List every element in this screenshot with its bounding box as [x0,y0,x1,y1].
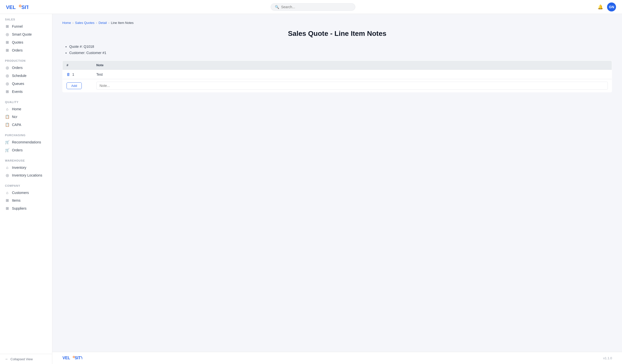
sidebar-item-inventory-locations[interactable]: ◎ Inventory Locations [0,171,52,179]
funnel-icon: ⊞ [5,24,9,29]
info-customer: Customer: Customer #1 [69,50,612,56]
sidebar-section-company: COMPANY ⌂ Customers ⊞ Items ⊞ Suppliers [0,180,52,213]
sidebar-label-funnel: Funnel [12,24,23,28]
production-section-label: PRODUCTION [0,59,52,64]
sidebar-label-queues: Queues [12,82,24,86]
company-section-label: COMPANY [0,184,52,189]
sidebar-item-recommendations[interactable]: 🛒 Recommendations [0,138,52,146]
breadcrumb-sep-3: › [108,21,109,25]
note-input[interactable] [96,82,608,90]
purchasing-section-label: PURCHASING [0,134,52,138]
sidebar-section-quality: QUALITY ⌂ Home 📋 Ncr 📋 CAPA [0,97,52,130]
main-content: Home › Sales Quotes › Detail › Line Item… [52,14,622,364]
top-bar: VEL SITY 🔍 🔔 GN [0,0,622,14]
sidebar-section-production: PRODUCTION ◎ Orders ◎ Schedule ◎ Queues … [0,55,52,97]
customers-icon: ⌂ [5,190,9,195]
sidebar-item-capa[interactable]: 📋 CAPA [0,121,52,129]
items-icon: ⊞ [5,198,9,203]
table-cell-note: Test [92,70,612,79]
smart-quote-icon: ◎ [5,32,9,37]
row-number: 1 [72,72,74,76]
top-right-actions: 🔔 GN [598,2,616,11]
sidebar-item-inventory[interactable]: ⌂ Inventory [0,164,52,171]
quality-section-label: QUALITY [0,101,52,105]
logo-svg: VEL SITY [6,3,28,11]
sidebar-label-recommendations: Recommendations [12,140,41,144]
sidebar-item-funnel[interactable]: ⊞ Funnel [0,22,52,30]
version-label: v1.1.0 [603,356,612,360]
svg-point-6 [73,357,74,358]
recommendations-icon: 🛒 [5,140,9,144]
sidebar-label-suppliers: Suppliers [12,206,26,210]
svg-text:VEL: VEL [63,356,70,360]
quotes-icon: ⊞ [5,40,9,45]
sidebar-label-capa: CAPA [12,123,21,127]
sales-section-label: SALES [0,18,52,22]
sidebar-sections: SALES ⊞ Funnel ◎ Smart Quote ⊞ Quotes ⊞ … [0,14,52,213]
capa-icon: 📋 [5,122,9,127]
delete-row-icon[interactable]: 🗑 [67,72,70,76]
sidebar-item-events[interactable]: ⊞ Events [0,88,52,96]
search-icon: 🔍 [275,5,279,9]
sidebar-label-quality-home: Home [12,107,21,111]
sidebar-item-prod-orders[interactable]: ◎ Orders [0,64,52,72]
notification-icon[interactable]: 🔔 [598,4,603,10]
table-col-num: # [63,61,92,70]
sidebar-item-suppliers[interactable]: ⊞ Suppliers [0,204,52,212]
table-row: 🗑 1 Test [63,70,612,79]
sidebar-item-smart-quote[interactable]: ◎ Smart Quote [0,30,52,38]
sidebar-item-schedule[interactable]: ◎ Schedule [0,72,52,80]
search-bar[interactable]: 🔍 [271,3,355,11]
sidebar-label-inventory: Inventory [12,166,26,170]
sidebar: SALES ⊞ Funnel ◎ Smart Quote ⊞ Quotes ⊞ … [0,14,52,364]
svg-text:VEL: VEL [6,4,16,10]
sidebar-label-inventory-locations: Inventory Locations [12,173,42,177]
add-button-cell: Add [63,79,92,92]
collapse-icon: ← [5,357,8,361]
app-logo: VEL SITY [6,3,28,11]
svg-text:SITY: SITY [75,356,82,360]
queues-icon: ◎ [5,81,9,86]
svg-point-2 [20,5,21,6]
breadcrumb-current: Line Item Notes [111,21,134,25]
bottom-logo: VEL SITY [62,355,82,362]
table-cell-num: 🗑 1 [63,70,92,79]
breadcrumb: Home › Sales Quotes › Detail › Line Item… [62,21,612,25]
user-avatar[interactable]: GN [607,2,616,11]
prod-orders-icon: ◎ [5,65,9,70]
orders-sales-icon: ⊞ [5,48,9,53]
sidebar-label-schedule: Schedule [12,74,26,78]
add-button[interactable]: Add [67,82,82,89]
purch-orders-icon: 🛒 [5,148,9,152]
sidebar-item-quality-home[interactable]: ⌂ Home [0,105,52,113]
info-quote-number: Quote #: Q1018 [69,44,612,50]
collapsed-view-button[interactable]: ← Collapsed View [0,354,52,364]
sidebar-item-customers[interactable]: ⌂ Customers [0,189,52,196]
sidebar-item-quotes[interactable]: ⊞ Quotes [0,38,52,46]
sidebar-item-queues[interactable]: ◎ Queues [0,80,52,88]
sidebar-item-ncr[interactable]: 📋 Ncr [0,113,52,121]
breadcrumb-home[interactable]: Home [62,21,71,25]
schedule-icon: ◎ [5,73,9,78]
sidebar-item-orders-sales[interactable]: ⊞ Orders [0,46,52,54]
sidebar-label-smart-quote: Smart Quote [12,32,32,36]
bottom-logo-svg: VEL SITY [62,355,82,362]
sidebar-item-purch-orders[interactable]: 🛒 Orders [0,146,52,154]
sidebar-section-warehouse: WAREHOUSE ⌂ Inventory ◎ Inventory Locati… [0,155,52,180]
sidebar-label-customers: Customers [12,191,29,195]
sidebar-item-items[interactable]: ⊞ Items [0,196,52,204]
sidebar-section-sales: SALES ⊞ Funnel ◎ Smart Quote ⊞ Quotes ⊞ … [0,14,52,55]
row-actions: 🗑 1 [67,72,88,76]
note-input-cell [92,79,612,92]
sidebar-label-items: Items [12,198,20,202]
breadcrumb-sales-quotes[interactable]: Sales Quotes [75,21,94,25]
breadcrumb-detail[interactable]: Detail [98,21,107,25]
sidebar-label-quotes: Quotes [12,40,23,44]
sidebar-label-purch-orders: Orders [12,148,23,152]
table-col-note: Note [92,61,612,70]
sidebar-label-ncr: Ncr [12,115,17,119]
search-input[interactable] [281,5,351,9]
body-area: SALES ⊞ Funnel ◎ Smart Quote ⊞ Quotes ⊞ … [0,14,622,364]
suppliers-icon: ⊞ [5,206,9,211]
add-row: Add [63,79,612,92]
